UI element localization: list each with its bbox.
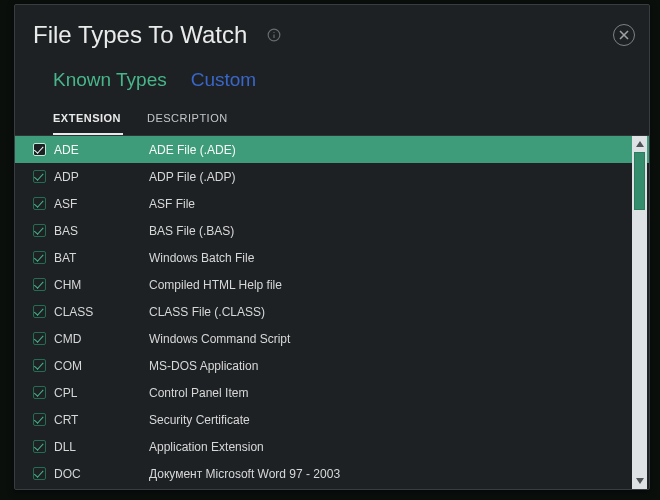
row-description: Windows Command Script bbox=[149, 332, 649, 346]
row-description: ADP File (.ADP) bbox=[149, 170, 649, 184]
scrollbar[interactable] bbox=[632, 136, 647, 489]
row-checkbox[interactable] bbox=[33, 224, 46, 237]
table-row[interactable]: COMMS-DOS Application bbox=[15, 352, 649, 379]
row-extension: CPL bbox=[54, 386, 149, 400]
panel-header: File Types To Watch bbox=[15, 5, 649, 63]
row-extension: CHM bbox=[54, 278, 149, 292]
tab-known-types[interactable]: Known Types bbox=[53, 69, 167, 91]
scrollbar-track[interactable] bbox=[632, 152, 647, 473]
info-icon[interactable] bbox=[267, 28, 281, 42]
row-description: ASF File bbox=[149, 197, 649, 211]
row-checkbox[interactable] bbox=[33, 332, 46, 345]
table-header: EXTENSION DESCRIPTION bbox=[15, 105, 649, 136]
table-row[interactable]: DLLApplication Extension bbox=[15, 433, 649, 460]
table-row[interactable]: DOCДокумент Microsoft Word 97 - 2003 bbox=[15, 460, 649, 487]
table-row[interactable]: BASBAS File (.BAS) bbox=[15, 217, 649, 244]
row-checkbox[interactable] bbox=[33, 413, 46, 426]
row-checkbox[interactable] bbox=[33, 467, 46, 480]
row-extension: DOC bbox=[54, 467, 149, 481]
row-checkbox[interactable] bbox=[33, 359, 46, 372]
column-header-extension[interactable]: EXTENSION bbox=[53, 112, 123, 135]
row-description: Windows Batch File bbox=[149, 251, 649, 265]
svg-point-2 bbox=[274, 32, 275, 33]
scroll-up-button[interactable] bbox=[632, 136, 647, 152]
row-checkbox[interactable] bbox=[33, 251, 46, 264]
table-row[interactable]: BATWindows Batch File bbox=[15, 244, 649, 271]
row-extension: DLL bbox=[54, 440, 149, 454]
row-extension: CRT bbox=[54, 413, 149, 427]
row-checkbox[interactable] bbox=[33, 278, 46, 291]
tab-custom[interactable]: Custom bbox=[191, 69, 256, 91]
row-checkbox[interactable] bbox=[33, 386, 46, 399]
row-description: Application Extension bbox=[149, 440, 649, 454]
row-extension: ADE bbox=[54, 143, 149, 157]
table-row[interactable]: CRTSecurity Certificate bbox=[15, 406, 649, 433]
panel-title: File Types To Watch bbox=[33, 21, 247, 49]
table-row[interactable]: ADPADP File (.ADP) bbox=[15, 163, 649, 190]
row-extension: COM bbox=[54, 359, 149, 373]
table-wrap: ADEADE File (.ADE)ADPADP File (.ADP)ASFA… bbox=[15, 136, 649, 489]
close-button[interactable] bbox=[613, 24, 635, 46]
row-description: Security Certificate bbox=[149, 413, 649, 427]
row-extension: BAS bbox=[54, 224, 149, 238]
table-row[interactable]: CMDWindows Command Script bbox=[15, 325, 649, 352]
row-extension: CMD bbox=[54, 332, 149, 346]
row-description: CLASS File (.CLASS) bbox=[149, 305, 649, 319]
settings-panel: File Types To Watch Known Types Custom E… bbox=[14, 4, 650, 490]
tab-strip: Known Types Custom bbox=[15, 63, 649, 105]
row-extension: BAT bbox=[54, 251, 149, 265]
table-row[interactable]: ASFASF File bbox=[15, 190, 649, 217]
scroll-down-button[interactable] bbox=[632, 473, 647, 489]
row-extension: ASF bbox=[54, 197, 149, 211]
row-checkbox[interactable] bbox=[33, 143, 46, 156]
row-checkbox[interactable] bbox=[33, 197, 46, 210]
row-description: Control Panel Item bbox=[149, 386, 649, 400]
row-description: MS-DOS Application bbox=[149, 359, 649, 373]
scrollbar-thumb[interactable] bbox=[634, 152, 645, 210]
row-checkbox[interactable] bbox=[33, 305, 46, 318]
table-row[interactable]: ADEADE File (.ADE) bbox=[15, 136, 649, 163]
table-row[interactable]: CLASSCLASS File (.CLASS) bbox=[15, 298, 649, 325]
row-description: Compiled HTML Help file bbox=[149, 278, 649, 292]
row-checkbox[interactable] bbox=[33, 170, 46, 183]
table-row[interactable]: CPLControl Panel Item bbox=[15, 379, 649, 406]
row-description: ADE File (.ADE) bbox=[149, 143, 649, 157]
row-description: Документ Microsoft Word 97 - 2003 bbox=[149, 467, 649, 481]
file-type-list[interactable]: ADEADE File (.ADE)ADPADP File (.ADP)ASFA… bbox=[15, 136, 649, 489]
row-checkbox[interactable] bbox=[33, 440, 46, 453]
column-header-description[interactable]: DESCRIPTION bbox=[147, 112, 228, 128]
row-extension: ADP bbox=[54, 170, 149, 184]
table-row[interactable]: CHMCompiled HTML Help file bbox=[15, 271, 649, 298]
row-description: BAS File (.BAS) bbox=[149, 224, 649, 238]
row-extension: CLASS bbox=[54, 305, 149, 319]
